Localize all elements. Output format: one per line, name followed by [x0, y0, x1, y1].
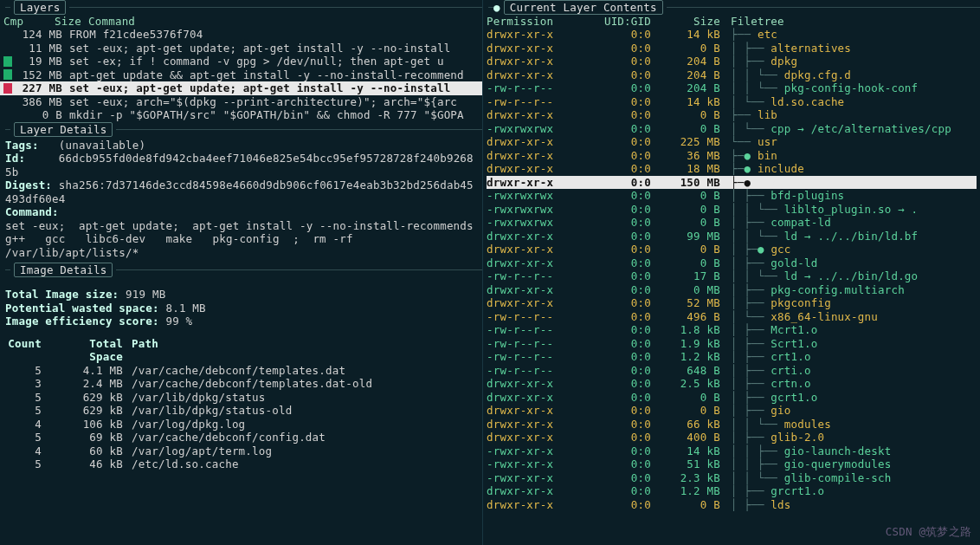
- total-size-label: Total Image size:: [5, 288, 119, 301]
- tree-row[interactable]: drwxr-xr-x0:066 kB │ │ └── modules: [487, 418, 977, 431]
- layer-command: mkdir -p "$GOPATH/src" "$GOPATH/bin" && …: [69, 108, 479, 121]
- tree-row[interactable]: drwxr-xr-x0:0225 MB└── usr: [487, 135, 977, 149]
- tree-row[interactable]: drwxr-xr-x0:014 kB├── etc: [487, 28, 977, 42]
- waste-count: 5: [5, 431, 50, 444]
- tree-name: ├── lib: [731, 108, 973, 121]
- col-filetree: Filetree: [731, 15, 977, 28]
- tree-uidgid: 0:0: [578, 364, 660, 377]
- tree-name: ├─● bin: [731, 149, 973, 162]
- tree-row[interactable]: -rwxr-xr-x0:051 kB │ │ ├── gio-querymodu…: [487, 457, 977, 471]
- tree-size: 0 B: [660, 42, 731, 55]
- layer-row[interactable]: 124 MBFROM f21cdee5376f704: [0, 28, 482, 42]
- layer-row[interactable]: 0 Bmkdir -p "$GOPATH/src" "$GOPATH/bin" …: [0, 108, 482, 122]
- tree-uidgid: 0:0: [578, 108, 660, 121]
- tree-uidgid: 0:0: [578, 216, 660, 229]
- tree-row[interactable]: drwxr-xr-x0:00 B│ ├── alternatives: [487, 42, 977, 55]
- waste-path: /etc/ld.so.cache: [132, 457, 477, 471]
- waste-size: 629 kB: [50, 391, 132, 405]
- layer-row[interactable]: 386 MBset -eux; arch="$(dpkg --print-arc…: [0, 95, 482, 109]
- tree-size: 1.2 kB: [660, 350, 731, 363]
- cmp-indicator-icon: [0, 83, 16, 94]
- col-command: Command: [88, 15, 479, 28]
- tree-row[interactable]: -rwxrwxrwx0:00 B │ │ └── liblto_plugin.s…: [487, 203, 977, 217]
- tree-uidgid: 0:0: [578, 457, 660, 470]
- tree-uidgid: 0:0: [578, 377, 660, 390]
- tree-permission: drwxr-xr-x: [487, 404, 578, 417]
- tree-row[interactable]: -rwxr-xr-x0:02.3 kB │ │ └── glib-compile…: [487, 471, 977, 485]
- image-details-header: Image Details: [0, 263, 482, 277]
- tree-row[interactable]: drwxr-xr-x0:00 MB │ ├── pkg-config.multi…: [487, 283, 977, 297]
- tree-size: 0 B: [660, 108, 731, 121]
- tree-row[interactable]: drwxr-xr-x0:0204 B│ ├── dpkg: [487, 55, 977, 68]
- tree-permission: -rw-r--r--: [487, 323, 578, 336]
- tree-row[interactable]: -rwxrwxrwx0:00 B│ └── cpp → /etc/alterna…: [487, 122, 977, 136]
- tree-size: 51 kB: [660, 457, 731, 470]
- tree-row[interactable]: -rwxrwxrwx0:00 B │ ├── bfd-plugins: [487, 189, 977, 203]
- tree-row[interactable]: -rw-r--r--0:0648 B │ ├── crti.o: [487, 364, 977, 378]
- tree-size: 0 B: [660, 243, 731, 256]
- tags-label: Tags:: [5, 139, 39, 152]
- tree-uidgid: 0:0: [578, 431, 660, 444]
- tree-row[interactable]: -rw-r--r--0:014 kB│ └── ld.so.cache: [487, 95, 977, 109]
- waste-size: 2.4 MB: [50, 377, 132, 391]
- waste-path: /var/lib/dpkg/status-old: [132, 404, 477, 418]
- tree-row[interactable]: -rw-r--r--0:01.2 kB │ ├── crt1.o: [487, 350, 977, 364]
- layer-row[interactable]: 152 MBapt-get update && apt-get install …: [0, 68, 482, 82]
- tree-row[interactable]: -rw-r--r--0:017 B │ │ └── ld → ../../bin…: [487, 269, 977, 283]
- tree-row[interactable]: drwxr-xr-x0:00 B │ ├── gio: [487, 404, 977, 418]
- tree-row[interactable]: drwxr-xr-x0:0150 MB ├─● lib: [487, 176, 977, 190]
- waste-count: 3: [5, 377, 50, 391]
- tree-row[interactable]: drwxr-xr-x0:01.2 MB │ ├── grcrt1.o: [487, 484, 977, 498]
- tree-permission: -rwxrwxrwx: [487, 203, 578, 216]
- tree-uidgid: 0:0: [578, 471, 660, 484]
- tree-name: │ │ ├── gio-querymodules: [731, 457, 973, 470]
- tree-row[interactable]: drwxr-xr-x0:00 B │ ├── gold-ld: [487, 256, 977, 270]
- tree-uidgid: 0:0: [578, 243, 660, 256]
- tree-row[interactable]: drwxr-xr-x0:0400 B │ ├── glib-2.0: [487, 431, 977, 444]
- layer-command: apt-get update && apt-get install -y --n…: [69, 68, 479, 81]
- tree-row[interactable]: drwxr-xr-x0:02.5 kB │ ├── crtn.o: [487, 377, 977, 391]
- tree-uidgid: 0:0: [578, 149, 660, 162]
- waste-count: 5: [5, 404, 50, 418]
- tree-name: │ │ ├── gio-launch-deskt: [731, 444, 973, 457]
- tree-size: 0 B: [660, 498, 731, 511]
- waste-size: 69 kB: [50, 431, 132, 444]
- tree-permission: drwxr-xr-x: [487, 296, 578, 309]
- cmp-indicator-icon: [0, 69, 16, 80]
- layer-size: 152 MB: [16, 68, 69, 81]
- tree-row[interactable]: -rw-r--r--0:01.9 kB │ ├── Scrt1.o: [487, 337, 977, 351]
- tree-row[interactable]: drwxr-xr-x0:099 MB │ │ └── ld → ../../bi…: [487, 230, 977, 243]
- layer-command: set -eux; arch="$(dpkg --print-architect…: [69, 95, 479, 108]
- tree-name: │ ├── gold-ld: [731, 256, 973, 269]
- layer-row[interactable]: 19 MBset -ex; if ! command -v gpg > /dev…: [0, 55, 482, 68]
- waste-row: 569 kB/var/cache/debconf/config.dat: [5, 431, 477, 444]
- layers-list[interactable]: 124 MBFROM f21cdee5376f70411 MBset -eux;…: [0, 28, 482, 122]
- col-cmp: Cmp: [3, 15, 35, 28]
- tree-row[interactable]: -rwxr-xr-x0:014 kB │ │ ├── gio-launch-de…: [487, 444, 977, 458]
- layer-row[interactable]: 11 MBset -eux; apt-get update; apt-get i…: [0, 42, 482, 55]
- tree-row[interactable]: drwxr-xr-x0:018 MB ├─● include: [487, 162, 977, 176]
- tree-row[interactable]: drwxr-xr-x0:00 B├── lib: [487, 108, 977, 122]
- tree-row[interactable]: drwxr-xr-x0:00 B │ ├── gcrt1.o: [487, 391, 977, 405]
- tree-row[interactable]: drwxr-xr-x0:0204 B│ │ └── dpkg.cfg.d: [487, 68, 977, 82]
- tree-row[interactable]: drwxr-xr-x0:036 MB ├─● bin: [487, 149, 977, 163]
- tree-uidgid: 0:0: [578, 176, 660, 189]
- tree-permission: drwxr-xr-x: [487, 256, 578, 269]
- tree-size: 204 B: [660, 68, 731, 81]
- tree-name: │ │ └── liblto_plugin.so → .: [731, 203, 973, 216]
- tree-row[interactable]: -rw-r--r--0:01.8 kB │ ├── Mcrt1.o: [487, 323, 977, 337]
- tree-row[interactable]: -rw-r--r--0:0204 B│ │ └── pkg-config-hoo…: [487, 81, 977, 95]
- tree-uidgid: 0:0: [578, 444, 660, 457]
- tree-list[interactable]: drwxr-xr-x0:014 kB├── etcdrwxr-xr-x0:00 …: [483, 28, 980, 545]
- tree-permission: drwxr-xr-x: [487, 230, 578, 243]
- tree-row[interactable]: -rwxrwxrwx0:00 B │ ├── compat-ld: [487, 216, 977, 230]
- tree-row[interactable]: drwxr-xr-x0:052 MB │ ├── pkgconfig: [487, 296, 977, 310]
- tree-name: │ ├── dpkg: [731, 55, 973, 68]
- tree-row[interactable]: drwxr-xr-x0:00 B │ ├─● gcc: [487, 243, 977, 256]
- tree-name: │ ├─● gcc: [731, 243, 973, 256]
- tree-row[interactable]: -rw-r--r--0:0496 B │ └── x86_64-linux-gn…: [487, 310, 977, 324]
- tree-uidgid: 0:0: [578, 296, 660, 309]
- col-count: Count: [5, 337, 50, 364]
- tree-row[interactable]: drwxr-xr-x0:00 B │ ├── lds: [487, 498, 977, 512]
- layer-row[interactable]: 227 MBset -eux; apt-get update; apt-get …: [0, 81, 482, 95]
